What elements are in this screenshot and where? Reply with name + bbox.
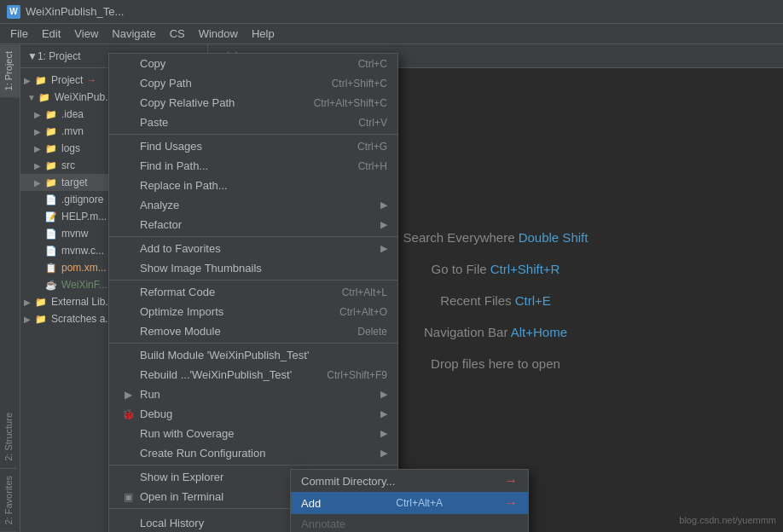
submenu-annotate: Annotate (291, 514, 528, 532)
ctx-build-module[interactable]: Build Module 'WeiXinPublish_Test' (109, 345, 397, 365)
tree-root-label: Project (51, 74, 83, 86)
menu-cs[interactable]: CS (163, 26, 192, 42)
add-arrow: → (504, 495, 518, 511)
panel-title: ▼ (27, 50, 38, 62)
submenu-commit-dir[interactable]: Commit Directory... → (291, 470, 528, 492)
menu-navigate[interactable]: Navigate (105, 26, 162, 42)
tab-structure[interactable]: 2: Structure (0, 406, 17, 469)
title-bar: W WeiXinPublish_Te... (0, 0, 783, 24)
refactor-arrow: ▶ (380, 219, 387, 230)
context-menu: Copy Ctrl+C Copy Path Ctrl+Shift+C Copy … (108, 53, 398, 532)
ctx-reformat-code[interactable]: Reformat Code Ctrl+Alt+L (109, 282, 397, 302)
ide-body: 1: Project ▼ 1: Project ▶ 📁 Project → ▼ … (0, 44, 783, 532)
ctx-run-with-coverage[interactable]: Run with Coverage ▶ (109, 424, 397, 443)
menu-help[interactable]: Help (245, 26, 281, 42)
ctx-find-in-path[interactable]: Find in Path... Ctrl+H (109, 156, 397, 176)
ctx-remove-module[interactable]: Remove Module Delete (109, 321, 397, 341)
run-icon: ▶ (119, 389, 136, 401)
debug-arrow: ▶ (380, 408, 387, 419)
analyze-arrow: ▶ (380, 200, 387, 211)
ctx-create-run-config[interactable]: Create Run Configuration ▶ (109, 443, 397, 463)
ctx-show-image-thumbnails[interactable]: Show Image Thumbnails (109, 258, 397, 278)
ctx-analyze[interactable]: Analyze ▶ (109, 195, 397, 215)
menu-window[interactable]: Window (192, 26, 245, 42)
ctx-paste[interactable]: Paste Ctrl+V (109, 113, 397, 132)
coverage-arrow: ▶ (380, 428, 387, 439)
terminal-icon: ▣ (119, 491, 136, 503)
menu-bar: File Edit View Navigate CS Window Help (0, 24, 783, 44)
ctx-sep-2 (109, 236, 397, 237)
ctx-sep-5 (109, 465, 397, 466)
menu-file[interactable]: File (3, 26, 35, 42)
watermark: blog.csdn.net/yuemmm (679, 515, 776, 525)
ctx-run[interactable]: ▶ Run ▶ (109, 385, 397, 404)
menu-edit[interactable]: Edit (35, 26, 67, 42)
hint-search: Search Everywhere Double Shift (403, 230, 589, 245)
app-icon: W (7, 5, 20, 19)
run-arrow: ▶ (380, 389, 387, 400)
panel-title-text: 1: Project (38, 50, 81, 62)
commit-dir-arrow: → (504, 473, 518, 489)
tree-item-label: WeiXinPub... (55, 91, 113, 103)
debug-icon: 🐞 (119, 408, 136, 420)
ctx-sep-4 (109, 343, 397, 344)
ctx-sep-3 (109, 280, 397, 280)
ctx-rebuild-module[interactable]: Rebuild ...'WeiXinPublish_Test' Ctrl+Shi… (109, 365, 397, 385)
submenu-add[interactable]: Add Ctrl+Alt+A → (291, 492, 528, 514)
sidebar-item-project[interactable]: 1: Project (0, 44, 20, 97)
hint-recent-files: Recent Files Ctrl+E (440, 293, 551, 308)
ctx-find-usages[interactable]: Find Usages Ctrl+G (109, 136, 397, 156)
fav-arrow: ▶ (380, 243, 387, 254)
ctx-copy-relative-path[interactable]: Copy Relative Path Ctrl+Alt+Shift+C (109, 93, 397, 113)
ctx-add-favorites[interactable]: Add to Favorites ▶ (109, 239, 397, 258)
ctx-sep-1 (109, 134, 397, 135)
ctx-optimize-imports[interactable]: Optimize Imports Ctrl+Alt+O (109, 302, 397, 321)
git-submenu: Commit Directory... → Add Ctrl+Alt+A → A… (290, 469, 529, 532)
ctx-copy-path[interactable]: Copy Path Ctrl+Shift+C (109, 73, 397, 93)
title-bar-text: WeiXinPublish_Te... (26, 5, 124, 18)
create-run-arrow: ▶ (380, 448, 387, 459)
ctx-replace-in-path[interactable]: Replace in Path... (109, 176, 397, 195)
hint-goto-file: Go to File Ctrl+Shift+R (432, 262, 560, 276)
scratches-label: Scratches a... (51, 313, 113, 325)
hint-drop-files: Drop files here to open (431, 356, 560, 371)
ctx-debug[interactable]: 🐞 Debug ▶ (109, 404, 397, 424)
tab-favorites[interactable]: 2: Favorites (0, 469, 17, 532)
hint-navigation-bar: Navigation Bar Alt+Home (424, 325, 567, 339)
ctx-refactor[interactable]: Refactor ▶ (109, 215, 397, 234)
menu-view[interactable]: View (67, 26, 105, 42)
ctx-copy[interactable]: Copy Ctrl+C (109, 54, 397, 73)
